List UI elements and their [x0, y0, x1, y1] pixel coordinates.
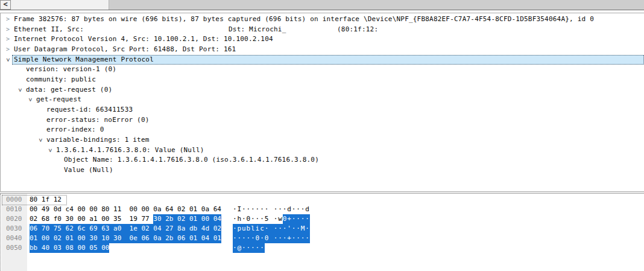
scrollbar-thumb[interactable] — [109, 0, 644, 10]
hex-row-0030[interactable]: 003006 70 75 62 6c 69 63 a0 1e 02 04 27 … — [1, 224, 644, 234]
selected-bytes: ·····0·0 ···+···· — [233, 234, 310, 243]
chevron-expanded-icon[interactable]: > — [3, 56, 13, 63]
hex-bytes[interactable]: 80 1f 12 — [30, 195, 62, 205]
tree-row-object-name[interactable]: Object Name: 1.3.6.1.4.1.7616.3.8.0 (iso… — [1, 155, 644, 165]
wireshark-window: < >Frame 382576: 87 bytes on wire (696 b… — [0, 0, 644, 271]
selected-bytes: bb 40 03 08 00 05 00 — [30, 243, 109, 253]
hex-offset: 0000 — [6, 195, 22, 205]
hex-offset: 0050 — [6, 243, 22, 253]
chevron-collapsed-icon[interactable]: > — [4, 25, 11, 35]
tree-row-label: version: version-1 (0) — [26, 65, 116, 75]
tree-row-ethernet[interactable]: >Ethernet II, Src:Dst: Microchi_(80:1f:1… — [1, 25, 644, 35]
tree-row-label: Simple Network Management Protocol — [14, 55, 154, 65]
tree-row-ip[interactable]: >Internet Protocol Version 4, Src: 10.10… — [1, 34, 644, 45]
scroll-left-icon: < — [3, 0, 7, 8]
unselected-bytes: ·h·0···5 ·w — [233, 215, 283, 223]
tree-row-community[interactable]: community: public — [1, 75, 644, 85]
tree-row-label: get-request — [36, 95, 81, 105]
chevron-expanded-icon[interactable]: > — [45, 147, 55, 154]
tree-row-label: Dst: Microchi_ — [229, 25, 286, 35]
tree-row-label: error-status: noError (0) — [46, 115, 150, 126]
selected-bytes: ·public· ···'··M· — [233, 224, 310, 234]
tree-row-error-index[interactable]: error-index: 0 — [1, 125, 644, 135]
tree-row-get-request[interactable]: >get-request — [1, 95, 644, 105]
tree-row-frame[interactable]: >Frame 382576: 87 bytes on wire (696 bit… — [1, 14, 644, 25]
tree-row-error-status[interactable]: error-status: noError (0) — [1, 115, 644, 126]
unselected-bytes: 80 1f 12 — [30, 196, 62, 203]
tree-row-label: Object Name: 1.3.6.1.4.1.7616.3.8.0 (iso… — [64, 155, 319, 165]
chevron-expanded-icon[interactable]: > — [15, 86, 25, 94]
hex-offset: 0010 — [6, 205, 22, 214]
tree-row-label: Frame 382576: 87 bytes on wire (696 bits… — [14, 14, 594, 25]
hex-bytes[interactable]: 01 00 02 01 00 30 10 30 0e 06 0a 2b 06 0… — [30, 234, 221, 243]
tree-row-label: 1.3.6.1.4.1.7616.3.8.0: Value (Null) — [56, 145, 204, 156]
tree-row-oid[interactable]: >1.3.6.1.4.1.7616.3.8.0: Value (Null) — [1, 145, 644, 156]
selected-bytes: 06 70 75 62 6c 69 63 a0 1e 02 04 27 8a d… — [30, 224, 221, 234]
tree-row-label: (80:1f:12: — [337, 25, 378, 35]
ascii-bytes[interactable]: ·h·0···5 ·w0+···· — [233, 214, 310, 224]
tree-row-data[interactable]: >data: get-request (0) — [1, 85, 644, 95]
ascii-bytes[interactable]: ·@····· — [233, 243, 265, 253]
tree-row-label: community: public — [26, 75, 96, 85]
tree-row-label: Value (Null) — [64, 165, 113, 176]
tree-row-variable-bindings[interactable]: >variable-bindings: 1 item — [1, 135, 644, 145]
chevron-expanded-icon[interactable]: > — [25, 97, 36, 104]
ascii-bytes[interactable]: ·····0·0 ···+···· — [233, 234, 310, 243]
unselected-bytes: 02 68 f0 30 00 a1 00 35 19 77 — [30, 215, 153, 223]
chevron-collapsed-icon[interactable]: > — [4, 34, 11, 45]
hex-row-0040[interactable]: 004001 00 02 01 00 30 10 30 0e 06 0a 2b … — [1, 234, 644, 243]
tree-row-label: error-index: 0 — [46, 125, 104, 135]
hex-bytes[interactable]: 00 49 0d c4 00 00 80 11 00 00 0a 64 02 0… — [30, 205, 221, 214]
hex-row-0000[interactable]: 000080 1f 12 — [1, 195, 644, 205]
tree-row-label: data: get-request (0) — [26, 85, 112, 95]
hex-offset: 0020 — [6, 214, 22, 224]
hex-row-0010[interactable]: 001000 49 0d c4 00 00 80 11 00 00 0a 64 … — [1, 205, 644, 214]
chevron-collapsed-icon[interactable]: > — [4, 45, 11, 55]
unselected-bytes: ·I······ ···d···d — [233, 205, 310, 213]
hex-bytes[interactable]: bb 40 03 08 00 05 00 — [30, 243, 109, 253]
unselected-bytes: 00 49 0d c4 00 00 80 11 00 00 0a 64 02 0… — [30, 205, 221, 213]
tree-row-label: Ethernet II, Src: — [14, 25, 84, 35]
selected-bytes: 01 00 02 01 00 30 10 30 0e 06 0a 2b 06 0… — [30, 234, 221, 243]
packet-details-pane: >Frame 382576: 87 bytes on wire (696 bit… — [0, 13, 644, 191]
selected-bytes: 0+···· — [283, 214, 310, 224]
tree-row-value[interactable]: Value (Null) — [1, 165, 644, 176]
hex-offset: 0030 — [6, 224, 22, 234]
hex-bytes[interactable]: 02 68 f0 30 00 a1 00 35 19 77 30 2b 02 0… — [30, 214, 221, 224]
tree-row-label: request-id: 663411533 — [46, 105, 133, 115]
selected-bytes: ·@····· — [233, 243, 265, 253]
chevron-collapsed-icon[interactable]: > — [4, 14, 11, 25]
chevron-expanded-icon[interactable]: > — [36, 136, 46, 144]
tree-row-udp[interactable]: >User Datagram Protocol, Src Port: 61488… — [1, 45, 644, 55]
tree-row-request-id[interactable]: request-id: 663411533 — [1, 105, 644, 115]
tree-row-label: Internet Protocol Version 4, Src: 10.100… — [14, 34, 273, 45]
selected-bytes: 30 2b 02 01 00 04 — [153, 214, 221, 224]
tree-row-label: User Datagram Protocol, Src Port: 61488,… — [14, 45, 236, 55]
tree-row-version[interactable]: version: version-1 (0) — [1, 65, 644, 75]
scroll-left-button[interactable]: < — [0, 0, 11, 10]
hex-bytes[interactable]: 06 70 75 62 6c 69 63 a0 1e 02 04 27 8a d… — [30, 224, 221, 234]
hex-row-0050[interactable]: 0050bb 40 03 08 00 05 00·@····· — [1, 243, 644, 253]
tree-row-label: variable-bindings: 1 item — [46, 135, 150, 145]
tree-row-snmp[interactable]: >Simple Network Management Protocol — [1, 55, 644, 65]
hex-offset: 0040 — [6, 234, 22, 243]
horizontal-scrollbar[interactable]: < — [0, 0, 644, 10]
ascii-bytes[interactable]: ·public· ···'··M· — [233, 224, 310, 234]
hex-dump-pane: 000080 1f 12001000 49 0d c4 00 00 80 11 … — [0, 194, 644, 271]
hex-row-0020[interactable]: 002002 68 f0 30 00 a1 00 35 19 77 30 2b … — [1, 214, 644, 224]
ascii-bytes[interactable]: ·I······ ···d···d — [233, 205, 310, 214]
